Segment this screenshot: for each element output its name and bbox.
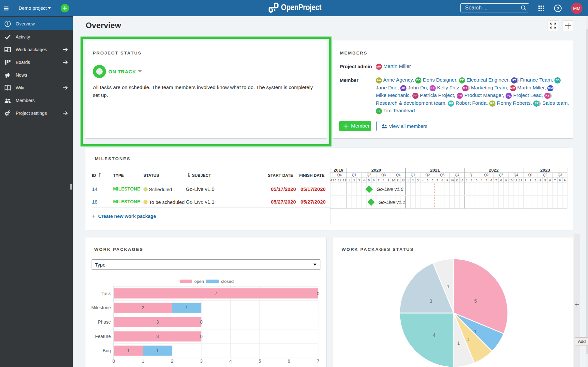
svg-text:Q2: Q2 bbox=[367, 173, 371, 177]
svg-text:Q1: Q1 bbox=[469, 173, 474, 177]
svg-text:Q3: Q3 bbox=[558, 173, 562, 177]
svg-text:Q2: Q2 bbox=[425, 173, 430, 177]
svg-text:1: 1 bbox=[127, 348, 130, 353]
svg-text:3: 3 bbox=[476, 178, 478, 182]
svg-text:1: 1 bbox=[466, 178, 467, 182]
svg-text:7: 7 bbox=[378, 178, 379, 182]
svg-text:2: 2 bbox=[353, 178, 355, 182]
svg-text:1: 1 bbox=[185, 305, 188, 310]
svg-text:5: 5 bbox=[368, 178, 370, 182]
svg-text:7: 7 bbox=[554, 178, 556, 182]
svg-text:4: 4 bbox=[422, 178, 423, 182]
svg-text:1: 1 bbox=[447, 283, 449, 289]
svg-text:Phase: Phase bbox=[98, 319, 111, 325]
svg-text:5: 5 bbox=[486, 178, 487, 182]
svg-text:3: 3 bbox=[535, 178, 536, 182]
svg-text:4: 4 bbox=[229, 359, 232, 364]
svg-text:Q3: Q3 bbox=[381, 173, 386, 177]
svg-text:7: 7 bbox=[317, 359, 319, 364]
svg-text:1: 1 bbox=[457, 340, 460, 345]
svg-text:11: 11 bbox=[397, 178, 400, 182]
svg-text:9: 9 bbox=[388, 178, 389, 182]
svg-text:9: 9 bbox=[564, 178, 566, 182]
svg-text:6: 6 bbox=[549, 178, 551, 182]
svg-text:6: 6 bbox=[288, 359, 290, 364]
svg-text:4: 4 bbox=[481, 178, 482, 182]
svg-text:Feature: Feature bbox=[95, 334, 111, 339]
svg-text:1: 1 bbox=[142, 359, 144, 364]
svg-text:1: 1 bbox=[348, 178, 350, 182]
svg-text:Go-Live v1.0: Go-Live v1.0 bbox=[376, 187, 403, 192]
svg-text:3: 3 bbox=[430, 298, 432, 303]
svg-text:9: 9 bbox=[331, 178, 332, 182]
svg-text:0: 0 bbox=[200, 319, 203, 325]
svg-text:closed: closed bbox=[221, 279, 234, 284]
svg-text:3: 3 bbox=[156, 334, 159, 339]
svg-text:5: 5 bbox=[544, 178, 546, 182]
svg-text:Q1: Q1 bbox=[352, 173, 357, 177]
svg-text:11: 11 bbox=[455, 178, 459, 182]
svg-text:3: 3 bbox=[358, 178, 360, 182]
svg-text:8: 8 bbox=[383, 178, 384, 182]
svg-text:12: 12 bbox=[343, 178, 346, 182]
svg-text:3: 3 bbox=[200, 359, 203, 364]
svg-text:Q4: Q4 bbox=[337, 173, 342, 177]
svg-text:1: 1 bbox=[525, 178, 526, 182]
svg-text:6: 6 bbox=[373, 178, 375, 182]
svg-text:Q3: Q3 bbox=[440, 173, 445, 177]
svg-text:Q4: Q4 bbox=[396, 173, 401, 177]
svg-text:8: 8 bbox=[559, 178, 561, 182]
svg-text:12: 12 bbox=[402, 178, 405, 182]
svg-text:2021: 2021 bbox=[430, 168, 440, 173]
svg-text:Q4: Q4 bbox=[455, 173, 459, 177]
svg-text:Q2: Q2 bbox=[484, 173, 489, 177]
svg-text:2019: 2019 bbox=[333, 168, 343, 173]
svg-text:2020: 2020 bbox=[371, 168, 381, 173]
svg-text:10: 10 bbox=[391, 178, 395, 182]
svg-text:11: 11 bbox=[514, 178, 517, 182]
svg-text:Bug: Bug bbox=[103, 348, 111, 353]
svg-text:3: 3 bbox=[417, 178, 419, 182]
svg-text:7: 7 bbox=[495, 178, 497, 182]
svg-text:Q4: Q4 bbox=[514, 173, 518, 177]
svg-text:2023: 2023 bbox=[540, 168, 550, 173]
svg-text:2: 2 bbox=[142, 305, 144, 310]
svg-text:5: 5 bbox=[474, 298, 477, 303]
svg-text:9: 9 bbox=[446, 178, 448, 182]
svg-text:0: 0 bbox=[112, 359, 115, 364]
svg-text:7: 7 bbox=[436, 178, 438, 182]
svg-text:Milestone: Milestone bbox=[91, 305, 111, 310]
svg-text:1: 1 bbox=[156, 348, 159, 353]
svg-text:2: 2 bbox=[412, 178, 414, 182]
svg-text:Task: Task bbox=[101, 291, 111, 296]
svg-text:open: open bbox=[194, 279, 204, 284]
svg-text:0: 0 bbox=[317, 291, 319, 296]
svg-text:9: 9 bbox=[330, 178, 331, 182]
svg-text:2: 2 bbox=[471, 178, 472, 182]
svg-text:8: 8 bbox=[441, 178, 443, 182]
svg-text:10: 10 bbox=[509, 178, 513, 182]
svg-text:1: 1 bbox=[407, 178, 409, 182]
svg-text:Go-Live v1.1: Go-Live v1.1 bbox=[378, 199, 405, 205]
svg-text:Q1: Q1 bbox=[528, 173, 533, 177]
svg-text:2: 2 bbox=[171, 359, 173, 364]
svg-text:2: 2 bbox=[530, 178, 531, 182]
svg-text:12: 12 bbox=[519, 178, 522, 182]
svg-text:4: 4 bbox=[433, 332, 435, 337]
svg-text:5: 5 bbox=[258, 359, 261, 364]
svg-text:4: 4 bbox=[539, 178, 541, 182]
svg-text:0: 0 bbox=[200, 334, 203, 339]
svg-text:11: 11 bbox=[338, 178, 341, 182]
svg-text:12: 12 bbox=[460, 178, 464, 182]
svg-text:1: 1 bbox=[467, 336, 469, 342]
svg-text:5: 5 bbox=[427, 178, 428, 182]
svg-text:6: 6 bbox=[491, 178, 492, 182]
svg-text:6: 6 bbox=[432, 178, 433, 182]
svg-text:2022: 2022 bbox=[489, 168, 499, 173]
svg-text:Q3: Q3 bbox=[499, 173, 504, 177]
svg-text:3: 3 bbox=[156, 319, 159, 325]
svg-text:10: 10 bbox=[333, 178, 336, 182]
svg-text:4: 4 bbox=[363, 178, 365, 182]
svg-text:8: 8 bbox=[500, 178, 502, 182]
svg-text:Q2: Q2 bbox=[543, 173, 548, 177]
